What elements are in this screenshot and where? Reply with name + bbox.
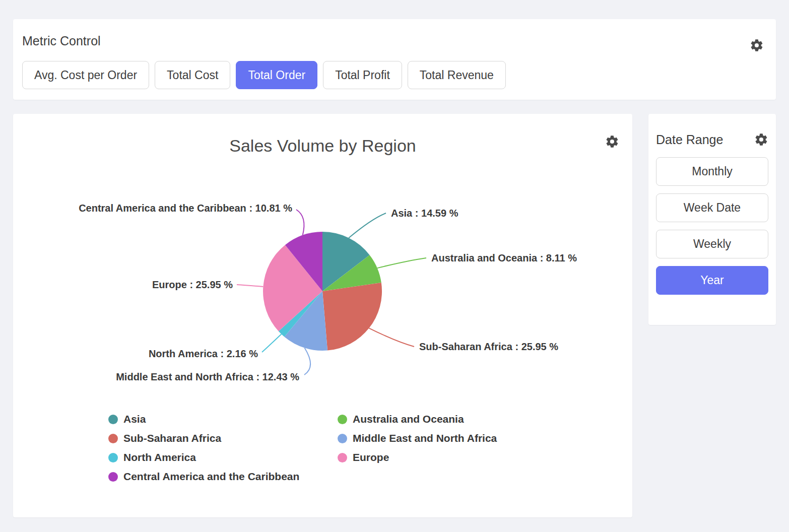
legend-color-dot <box>338 415 347 424</box>
slice-label: North America : 2.16 % <box>149 348 258 359</box>
legend-color-dot <box>108 453 118 462</box>
legend-label: Asia <box>123 414 146 425</box>
date-settings-gear-icon[interactable] <box>754 132 768 147</box>
date-range-header: Date Range <box>656 132 768 147</box>
legend-color-dot <box>108 434 118 443</box>
metric-control-card: Metric Control Avg. Cost per Order Total… <box>13 19 776 100</box>
legend-item[interactable]: Middle East and North Africa <box>338 433 569 444</box>
slice-label: Asia : 14.59 % <box>391 208 458 219</box>
legend-label: Sub-Saharan Africa <box>123 433 221 444</box>
date-range-button-year[interactable]: Year <box>656 266 768 295</box>
pie-slice-2[interactable] <box>322 283 382 351</box>
dashboard-page: Metric Control Avg. Cost per Order Total… <box>0 0 789 532</box>
slice-leader-line <box>377 258 426 268</box>
date-range-button-week-date[interactable]: Week Date <box>656 193 768 222</box>
slice-label: Sub-Saharan Africa : 25.95 % <box>419 341 558 352</box>
metric-button-group: Avg. Cost per Order Total Cost Total Ord… <box>22 61 767 89</box>
metric-button-total-cost[interactable]: Total Cost <box>155 61 230 89</box>
legend-item[interactable]: Australia and Oceania <box>338 414 569 425</box>
legend-item[interactable]: North America <box>108 452 338 463</box>
metric-button-total-profit[interactable]: Total Profit <box>323 61 402 89</box>
legend-item[interactable]: Europe <box>338 452 569 463</box>
slice-label: Australia and Oceania : 8.11 % <box>431 252 577 263</box>
slice-leader-line <box>304 348 310 375</box>
slice-leader-line <box>296 210 304 235</box>
date-range-title: Date Range <box>656 132 723 147</box>
legend-color-dot <box>338 453 347 462</box>
legend-item[interactable]: Central America and the Caribbean <box>108 471 338 482</box>
legend-label: North America <box>123 452 196 463</box>
legend-item[interactable]: Sub-Saharan Africa <box>108 433 338 444</box>
metric-button-total-order[interactable]: Total Order <box>236 61 317 89</box>
slice-leader-line <box>237 285 263 287</box>
metric-control-title: Metric Control <box>22 33 767 48</box>
legend-color-dot <box>338 434 347 443</box>
legend-label: Central America and the Caribbean <box>123 471 299 482</box>
slice-leader-line <box>262 334 281 352</box>
metric-button-avg-cost-per-order[interactable]: Avg. Cost per Order <box>22 61 149 89</box>
legend-label: Australia and Oceania <box>353 414 464 425</box>
date-range-button-monthly[interactable]: Monthly <box>656 157 768 186</box>
slice-leader-line <box>369 328 414 347</box>
sales-volume-chart-card: Sales Volume by Region Asia : 14.59 %Aus… <box>13 114 632 517</box>
metric-button-total-revenue[interactable]: Total Revenue <box>408 61 506 89</box>
metric-settings-gear-icon[interactable] <box>750 38 764 52</box>
legend-label: Europe <box>353 452 389 463</box>
slice-label: Middle East and North Africa : 12.43 % <box>116 371 299 382</box>
date-range-card: Date Range Monthly Week Date Weekly Year <box>648 114 776 325</box>
legend-color-dot <box>108 415 118 424</box>
slice-leader-line <box>349 213 386 238</box>
slice-label: Europe : 25.95 % <box>152 279 233 290</box>
legend-label: Middle East and North Africa <box>353 433 497 444</box>
slice-label: Central America and the Caribbean : 10.8… <box>79 203 292 214</box>
legend-item[interactable]: Asia <box>108 414 338 425</box>
legend-color-dot <box>108 472 118 482</box>
date-range-button-weekly[interactable]: Weekly <box>656 230 768 258</box>
pie-chart[interactable]: Asia : 14.59 %Australia and Oceania : 8.… <box>13 114 632 396</box>
chart-legend: AsiaAustralia and OceaniaSub-Saharan Afr… <box>108 414 569 482</box>
